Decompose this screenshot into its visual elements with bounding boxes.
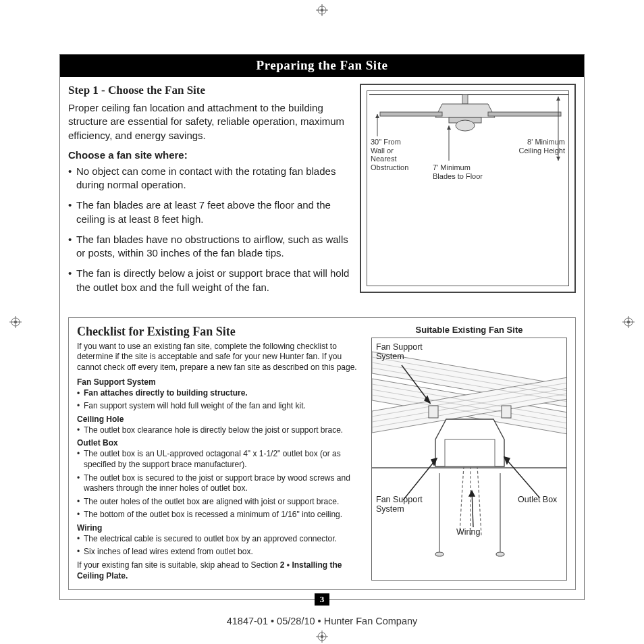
chk-head-ob: Outlet Box xyxy=(77,438,363,448)
checklist-footer: If your existing fan site is suitable, s… xyxy=(77,560,363,581)
d2-label-outlet: Outlet Box xyxy=(518,495,557,504)
svg-marker-55 xyxy=(469,491,475,496)
chk-footer-text: If your existing fan site is suitable, s… xyxy=(77,560,280,570)
chk-item: Fan support system will hold full weight… xyxy=(77,401,363,412)
d2-label-wiring: Wiring xyxy=(456,527,480,537)
diagram1-label-center: 7' Minimum Blades to Floor xyxy=(433,163,487,180)
diagram-existing-site: Fan Support System Fan Support System Wi… xyxy=(371,338,567,581)
svg-point-15 xyxy=(321,635,323,638)
step1-bullets: No object can come in contact with the r… xyxy=(68,165,350,294)
chk-item: Six inches of lead wires extend from out… xyxy=(77,547,363,558)
svg-rect-20 xyxy=(380,112,442,116)
checklist-intro: If you want to use an existing fan site,… xyxy=(77,342,363,373)
page-number: 3 xyxy=(315,593,329,606)
step1-title: Step 1 - Choose the Fan Site xyxy=(68,84,350,97)
chk-item: The outer holes of the outlet box are al… xyxy=(77,497,363,508)
bullet-item: The fan is directly below a joist or sup… xyxy=(68,267,350,294)
svg-point-48 xyxy=(435,552,444,556)
page-footer: 41847-01 • 05/28/10 • Hunter Fan Company xyxy=(0,616,644,626)
diagram1-label-left: 30" From Wall or Nearest Obstruction xyxy=(371,138,411,172)
svg-rect-42 xyxy=(429,406,438,418)
step1-intro: Proper ceiling fan location and attachme… xyxy=(68,101,350,142)
chk-item: The outlet box is an UL-approved octagon… xyxy=(77,449,363,470)
svg-rect-17 xyxy=(462,95,468,104)
diagram-fan-clearance: 30" From Wall or Nearest Obstruction 7' … xyxy=(360,84,576,293)
bullet-item: No object can come in contact with the r… xyxy=(68,165,350,192)
registration-mark-icon xyxy=(622,316,635,328)
chk-head-w: Wiring xyxy=(77,523,363,533)
svg-point-49 xyxy=(496,552,504,556)
chk-item: The electrical cable is secured to outle… xyxy=(77,534,363,545)
svg-rect-21 xyxy=(488,112,561,116)
step1-subhead: Choose a fan site where: xyxy=(68,149,350,161)
svg-marker-23 xyxy=(375,114,379,118)
diagram2-title: Suitable Existing Fan Site xyxy=(371,325,567,335)
checklist-box: Checklist for Existing Fan Site If you w… xyxy=(68,317,576,591)
chk-head-fss: Fan Support System xyxy=(77,377,363,387)
svg-point-3 xyxy=(321,9,323,11)
svg-point-19 xyxy=(456,120,475,131)
section-banner: Preparing the Fan Site xyxy=(60,55,584,77)
chk-item: The outlet box clearance hole is directl… xyxy=(77,425,363,436)
chk-item: The outlet box is secured to the joist o… xyxy=(77,473,363,494)
svg-rect-43 xyxy=(502,406,511,418)
svg-point-7 xyxy=(14,321,17,323)
svg-line-52 xyxy=(403,458,437,500)
svg-line-56 xyxy=(504,457,539,498)
d2-label-fss-bottom: Fan Support System xyxy=(376,495,437,514)
svg-marker-29 xyxy=(556,157,560,161)
svg-point-11 xyxy=(627,321,630,323)
checklist-title: Checklist for Existing Fan Site xyxy=(77,325,363,339)
chk-item: The bottom of the outlet box is recessed… xyxy=(77,510,363,520)
bullet-item: The fan blades have no obstructions to a… xyxy=(68,233,350,261)
chk-head-ch: Ceiling Hole xyxy=(77,414,363,424)
svg-marker-27 xyxy=(556,97,560,101)
d2-label-fss-top: Fan Support System xyxy=(376,342,437,362)
bullet-item: The fan blades are at least 7 feet above… xyxy=(68,198,350,226)
registration-mark-icon xyxy=(9,316,22,328)
svg-rect-44 xyxy=(445,439,495,466)
chk-item: Fan attaches directly to building struct… xyxy=(77,388,363,399)
svg-marker-25 xyxy=(447,126,451,130)
registration-mark-icon xyxy=(316,4,328,16)
diagram1-label-right: 8' Minimum Ceiling Height xyxy=(512,138,565,155)
registration-mark-icon xyxy=(316,630,328,643)
content-frame: Preparing the Fan Site Step 1 - Choose t… xyxy=(59,54,585,600)
